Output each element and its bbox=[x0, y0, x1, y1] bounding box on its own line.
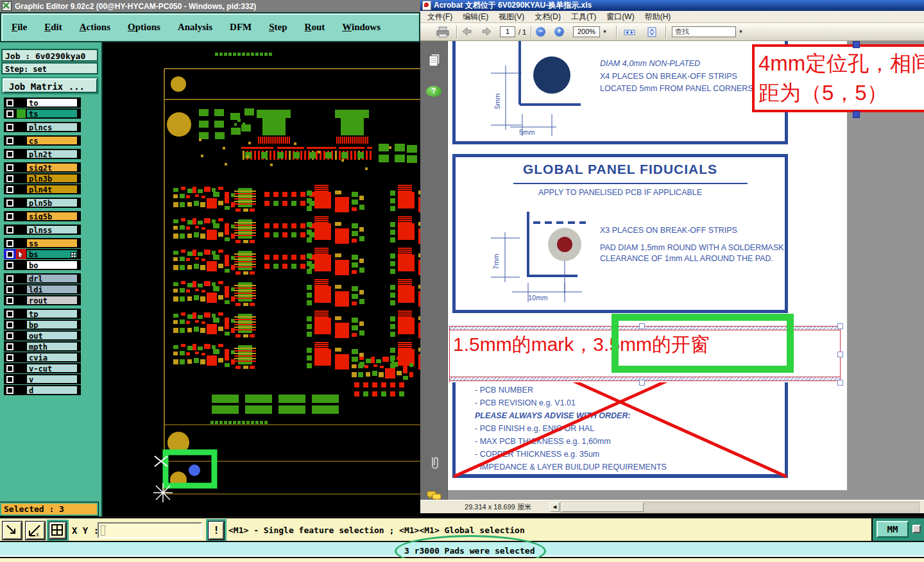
layer-row-cvia[interactable]: cvia bbox=[4, 352, 81, 362]
layer-row-ts[interactable]: ts bbox=[4, 108, 81, 119]
layer-checkbox[interactable] bbox=[4, 295, 16, 305]
measure-button[interactable]: x bbox=[26, 522, 45, 540]
layer-name-bp[interactable]: bp bbox=[26, 320, 78, 329]
layer-row-mpth[interactable]: mpth bbox=[4, 341, 81, 352]
acrobat-menu-item[interactable]: 帮助(H) bbox=[640, 12, 676, 22]
layer-row-plnss[interactable]: plnss bbox=[4, 225, 81, 235]
menu-item-step[interactable]: Step bbox=[269, 22, 287, 33]
text-annotation-box-top[interactable]: 4mm定位孔，相间距为（5，5） bbox=[752, 44, 924, 112]
menu-item-dfm[interactable]: DFM bbox=[230, 22, 252, 33]
layer-checkbox[interactable] bbox=[4, 108, 16, 119]
find-dropdown-arrow[interactable]: ▼ bbox=[737, 26, 745, 37]
layer-row-tp[interactable]: tp bbox=[4, 309, 81, 319]
acrobat-menu-item[interactable]: 视图(V) bbox=[494, 12, 529, 22]
layer-checkbox[interactable] bbox=[4, 363, 16, 373]
layer-checkbox[interactable] bbox=[4, 211, 16, 221]
units-button[interactable]: MM bbox=[877, 521, 909, 538]
layer-row-d[interactable]: d bbox=[4, 385, 81, 395]
xy-input[interactable] bbox=[98, 522, 202, 538]
layer-name-d[interactable]: d bbox=[26, 386, 78, 395]
layer-name-v-cut[interactable]: v-cut bbox=[26, 364, 78, 373]
selection-handle[interactable] bbox=[853, 41, 860, 48]
layer-row-ss[interactable]: ss bbox=[4, 238, 81, 248]
acrobat-titlebar[interactable]: Acrobat 文档位于 6V0290KYAU-换单指示.xls bbox=[420, 0, 924, 11]
acrobat-menu-item[interactable]: 窗口(W) bbox=[602, 12, 638, 22]
layer-row-v[interactable]: v bbox=[4, 374, 81, 384]
layer-row-bp[interactable]: bp bbox=[4, 319, 81, 330]
menu-item-edit[interactable]: Edit bbox=[44, 22, 62, 33]
menu-item-options[interactable]: Options bbox=[128, 22, 160, 33]
layer-row-plncs[interactable]: plncs bbox=[4, 122, 81, 132]
layer-checkbox[interactable] bbox=[4, 284, 16, 294]
pan-zoom-button[interactable] bbox=[3, 522, 22, 540]
layer-checkbox[interactable] bbox=[4, 352, 16, 362]
selection-handle[interactable] bbox=[837, 352, 843, 357]
ge-titlebar[interactable]: Graphic Editor 9.02c2 (00@HY-HYCAM-PC050… bbox=[0, 0, 420, 12]
layer-name-pln5b[interactable]: pln5b bbox=[26, 198, 78, 207]
acrobat-menu-item[interactable]: 编辑(E) bbox=[458, 12, 493, 22]
layer-checkbox[interactable] bbox=[4, 385, 16, 395]
acrobat-menu-item[interactable]: 文档(D) bbox=[530, 12, 565, 22]
layer-row-rout[interactable]: rout bbox=[4, 295, 81, 305]
layer-checkbox[interactable] bbox=[4, 135, 16, 146]
layer-name-to[interactable]: to bbox=[26, 98, 78, 107]
page-number-input[interactable]: 1 bbox=[500, 26, 515, 37]
layer-checkbox[interactable] bbox=[4, 238, 16, 248]
previous-page-button[interactable] bbox=[460, 26, 473, 37]
selection-handle[interactable] bbox=[853, 111, 860, 118]
help-icon[interactable]: ? bbox=[426, 86, 441, 97]
menu-item-actions[interactable]: Actions bbox=[80, 22, 110, 33]
layer-name-pln4t[interactable]: pln4t bbox=[26, 185, 78, 194]
selection-handle[interactable] bbox=[837, 380, 843, 386]
next-page-button[interactable] bbox=[481, 26, 493, 37]
layer-name-plncs[interactable]: plncs bbox=[26, 123, 78, 132]
layer-name-rout[interactable]: rout bbox=[26, 296, 78, 305]
menu-item-analysis[interactable]: Analysis bbox=[178, 22, 212, 33]
layer-row-pln4t[interactable]: pln4t bbox=[4, 184, 81, 194]
job-matrix-button[interactable]: Job Matrix ... bbox=[3, 78, 98, 93]
selection-handle[interactable] bbox=[837, 323, 843, 329]
layer-name-sig5b[interactable]: sig5b bbox=[26, 212, 78, 221]
attachments-icon[interactable] bbox=[428, 456, 441, 473]
fit-page-button[interactable] bbox=[645, 25, 659, 39]
layer-row-bo[interactable]: bo bbox=[4, 260, 81, 270]
layer-row-cs[interactable]: cs bbox=[4, 135, 81, 146]
pcb-canvas[interactable] bbox=[103, 42, 420, 516]
layer-row-ldi[interactable]: ldi bbox=[4, 284, 81, 294]
pages-panel-icon[interactable] bbox=[428, 53, 441, 70]
layer-name-tp[interactable]: tp bbox=[26, 309, 78, 318]
layer-row-sig2t[interactable]: sig2t bbox=[4, 162, 81, 173]
layer-name-pln3b[interactable]: pln3b bbox=[26, 174, 78, 183]
layer-checkbox[interactable] bbox=[4, 309, 16, 319]
scrollbar-thumb[interactable] bbox=[561, 502, 644, 512]
selection-handle[interactable] bbox=[639, 380, 645, 386]
layer-checkbox[interactable] bbox=[4, 273, 16, 284]
zoom-dropdown-arrow[interactable]: ▼ bbox=[601, 26, 609, 37]
menu-item-windows[interactable]: Windows bbox=[342, 22, 381, 33]
layer-name-ldi[interactable]: ldi bbox=[26, 285, 78, 294]
comments-icon[interactable] bbox=[427, 490, 442, 500]
layer-name-v[interactable]: v bbox=[26, 375, 78, 384]
layer-row-pln2t[interactable]: pln2t bbox=[4, 149, 81, 159]
layer-checkbox[interactable] bbox=[4, 319, 16, 330]
layer-name-plnss[interactable]: plnss bbox=[26, 225, 78, 234]
layer-name-pln2t[interactable]: pln2t bbox=[26, 149, 78, 158]
tile-windows-button[interactable] bbox=[49, 522, 66, 539]
menu-item-file[interactable]: File bbox=[12, 22, 27, 33]
fit-width-button[interactable] bbox=[622, 25, 637, 39]
layer-name-ss[interactable]: ss bbox=[26, 239, 78, 248]
layer-checkbox[interactable] bbox=[4, 374, 16, 384]
layer-checkbox[interactable] bbox=[4, 98, 16, 108]
layer-name-out[interactable]: out bbox=[26, 331, 78, 340]
layer-row-v-cut[interactable]: v-cut bbox=[4, 363, 81, 373]
layer-checkbox[interactable] bbox=[4, 184, 16, 194]
scroll-left-button[interactable]: ◄ bbox=[550, 502, 560, 512]
layer-checkbox[interactable] bbox=[4, 330, 16, 341]
layer-checkbox[interactable] bbox=[4, 249, 16, 259]
print-button[interactable] bbox=[434, 25, 451, 39]
layer-checkbox[interactable] bbox=[4, 225, 16, 235]
layer-name-ts[interactable]: ts bbox=[26, 109, 78, 118]
menu-item-rout[interactable]: Rout bbox=[305, 22, 325, 33]
layer-checkbox[interactable] bbox=[4, 122, 16, 132]
acrobat-menu-item[interactable]: 文件(F) bbox=[423, 12, 457, 22]
